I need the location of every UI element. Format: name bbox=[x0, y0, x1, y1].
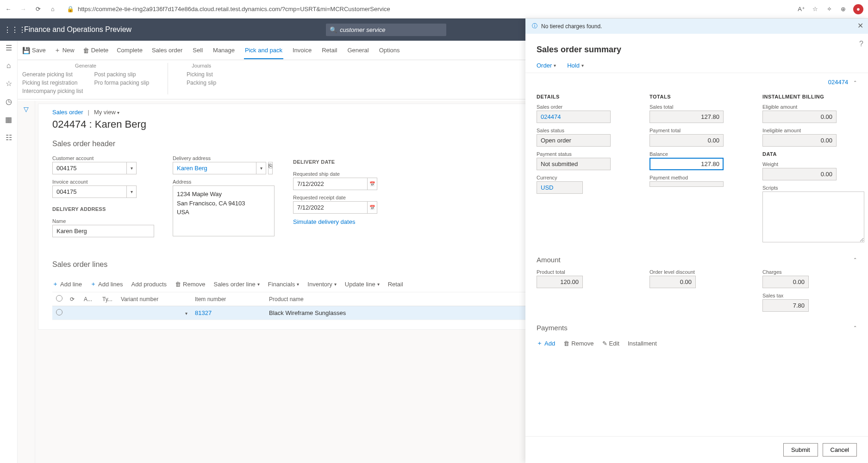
save-button[interactable]: 💾Save bbox=[22, 47, 46, 54]
save-icon: 💾 bbox=[22, 47, 30, 54]
collapse-icon[interactable]: ⌃ bbox=[853, 80, 857, 85]
flyout-title: Sales order summary bbox=[537, 45, 857, 55]
help-icon[interactable]: ? bbox=[859, 40, 863, 48]
info-banner: ⓘ No tiered charges found. ✕ bbox=[525, 19, 868, 34]
order-number-link[interactable]: 024474 bbox=[828, 79, 848, 86]
app-title: Finance and Operations Preview bbox=[24, 25, 131, 34]
collections-icon[interactable]: ⊕ bbox=[839, 6, 847, 13]
tab-general[interactable]: General bbox=[346, 42, 369, 58]
ribbon-journals-picking-list[interactable]: Picking list bbox=[187, 71, 216, 78]
browser-chrome: ← → ⟳ ⌂ 🔒 https://comme2e-tie-ring2a9136… bbox=[0, 0, 868, 19]
tab-invoice[interactable]: Invoice bbox=[292, 42, 312, 58]
tab-pick-and-pack[interactable]: Pick and pack bbox=[244, 42, 283, 59]
ribbon-generate-picking-list[interactable]: Generate picking list bbox=[22, 71, 83, 78]
totals-heading: TOTALS bbox=[649, 94, 744, 99]
tab-sales-order[interactable]: Sales order bbox=[151, 42, 183, 58]
new-button[interactable]: ＋New bbox=[54, 46, 75, 55]
waffle-icon[interactable]: ⋮⋮⋮ bbox=[4, 25, 22, 34]
ribbon-group-title: Generate bbox=[22, 63, 149, 68]
back-icon[interactable]: ← bbox=[5, 6, 12, 13]
tab-manage[interactable]: Manage bbox=[212, 42, 236, 58]
ribbon-group-generate: Generate Generate picking list Picking l… bbox=[22, 63, 149, 94]
info-icon: ⓘ bbox=[532, 22, 537, 30]
left-nav-rail: ☰ ⌂ ☆ ◷ ▦ ☷ bbox=[0, 41, 18, 99]
favorites-bar-icon[interactable]: ✧ bbox=[825, 6, 833, 13]
delete-button[interactable]: 🗑Delete bbox=[83, 47, 109, 54]
favorite-icon[interactable]: ☆ bbox=[812, 6, 819, 13]
forward-icon[interactable]: → bbox=[19, 6, 27, 13]
details-heading: DETAILS bbox=[537, 94, 631, 99]
search-icon: 🔍 bbox=[330, 26, 337, 33]
complete-button[interactable]: Complete bbox=[117, 47, 143, 54]
hold-menu[interactable]: Hold▾ bbox=[567, 62, 584, 69]
recent-nav-icon[interactable]: ◷ bbox=[6, 97, 12, 99]
home-icon[interactable]: ⌂ bbox=[49, 6, 56, 13]
tab-sell[interactable]: Sell bbox=[192, 42, 204, 58]
close-icon[interactable]: ✕ bbox=[857, 21, 863, 30]
banner-text: No tiered charges found. bbox=[541, 23, 602, 30]
trash-icon: 🗑 bbox=[83, 47, 89, 54]
ribbon-intercompany-picking-list[interactable]: Intercompany picking list bbox=[22, 88, 83, 94]
search-input[interactable] bbox=[326, 24, 446, 36]
lock-icon: 🔒 bbox=[67, 6, 74, 13]
ribbon-group-journals: Journals Picking list Packing slip bbox=[187, 63, 216, 94]
read-aloud-icon[interactable]: A⁺ bbox=[798, 6, 805, 13]
sales-order-summary-panel: ⓘ No tiered charges found. ✕ ? Sales ord… bbox=[525, 19, 868, 99]
ribbon-post-packing-slip[interactable]: Post packing slip bbox=[94, 71, 149, 78]
plus-icon: ＋ bbox=[54, 46, 61, 55]
ribbon-journals-packing-slip[interactable]: Packing slip bbox=[187, 80, 216, 86]
ribbon-pro-forma-packing-slip[interactable]: Pro forma packing slip bbox=[94, 80, 149, 86]
tab-retail[interactable]: Retail bbox=[321, 42, 338, 58]
profile-avatar-icon[interactable]: ● bbox=[853, 4, 863, 14]
tab-options[interactable]: Options bbox=[378, 42, 401, 58]
url-text[interactable]: https://comme2e-tie-ring2a9136f7d174e86d… bbox=[78, 6, 390, 12]
home-nav-icon[interactable]: ⌂ bbox=[6, 62, 11, 70]
order-menu[interactable]: Order▾ bbox=[537, 62, 556, 69]
hamburger-icon[interactable]: ☰ bbox=[6, 43, 12, 52]
installment-heading: INSTALLMENT BILLING bbox=[762, 94, 857, 99]
ribbon-picking-list-registration[interactable]: Picking list registration bbox=[22, 80, 83, 86]
refresh-icon[interactable]: ⟳ bbox=[34, 6, 42, 13]
star-nav-icon[interactable]: ☆ bbox=[6, 79, 12, 88]
ribbon-group-title: Journals bbox=[187, 63, 216, 68]
